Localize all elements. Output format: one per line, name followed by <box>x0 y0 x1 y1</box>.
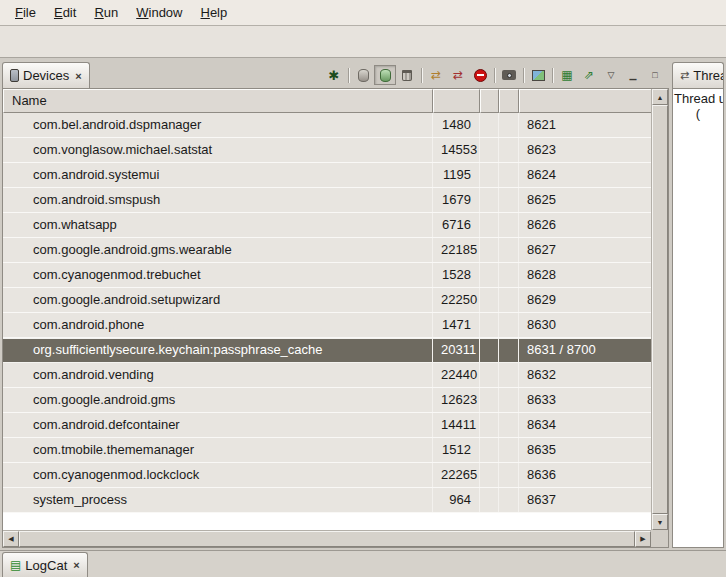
menu-help[interactable]: Help <box>191 2 236 23</box>
process-table-body: com.bel.android.dspmanager 1480 8621 com… <box>3 113 651 513</box>
process-cell-4 <box>499 413 519 437</box>
process-cell-3 <box>480 188 499 212</box>
table-row[interactable]: com.android.defcontainer 14411 8634 <box>3 413 651 438</box>
maximize-icon[interactable]: □ <box>644 65 666 85</box>
column-header-3[interactable] <box>480 89 499 113</box>
process-port: 8626 <box>519 213 651 237</box>
tab-devices-label: Devices <box>23 68 69 83</box>
stop-process-icon[interactable] <box>469 65 491 85</box>
process-pid: 22185 <box>433 238 480 262</box>
process-port: 8624 <box>519 163 651 187</box>
process-port: 8635 <box>519 438 651 462</box>
horizontal-scroll-thumb[interactable] <box>19 531 635 547</box>
stop-bar <box>477 74 484 76</box>
tab-logcat[interactable]: ▤ LogCat × <box>2 552 88 577</box>
process-name: com.bel.android.dspmanager <box>3 113 433 137</box>
scroll-down-icon[interactable]: ▼ <box>652 514 668 530</box>
menu-window[interactable]: Window <box>127 2 191 23</box>
sysinfo-glyph: ▦ <box>561 69 572 81</box>
opengl-trace-icon[interactable]: ⇗ <box>578 65 600 85</box>
update-threads-icon[interactable]: ⇄ <box>425 65 447 85</box>
process-cell-3 <box>480 363 499 387</box>
horizontal-scrollbar[interactable]: ◀ ▶ <box>3 530 651 547</box>
table-row[interactable]: com.cyanogenmod.trebuchet 1528 8628 <box>3 263 651 288</box>
table-row[interactable]: com.google.android.gms.wearable 22185 86… <box>3 238 651 263</box>
table-row[interactable]: com.tmobile.thememanager 1512 8635 <box>3 438 651 463</box>
process-port: 8634 <box>519 413 651 437</box>
process-cell-3 <box>480 288 499 312</box>
process-cell-4 <box>499 438 519 462</box>
opengl-glyph: ⇗ <box>584 69 594 81</box>
dump-view-hierarchy-icon[interactable] <box>527 65 549 85</box>
menu-run[interactable]: Run <box>85 2 127 23</box>
scroll-left-icon[interactable]: ◀ <box>3 531 19 547</box>
scroll-right-icon[interactable]: ▶ <box>635 531 651 547</box>
process-cell-3 <box>480 113 499 137</box>
vertical-scroll-thumb[interactable] <box>652 105 668 514</box>
column-header-4[interactable] <box>499 89 519 113</box>
tab-devices[interactable]: Devices × <box>2 62 90 88</box>
column-header-pid[interactable] <box>433 89 480 113</box>
process-pid: 22440 <box>433 363 480 387</box>
devices-toolbar: ✱ ⇄ ⇄ ▦ ⇗ ▽ ▁ <box>323 65 669 88</box>
minimize-icon[interactable]: ▁ <box>622 65 644 85</box>
scrollbar-corner <box>651 530 668 547</box>
table-row[interactable]: com.vonglasow.michael.satstat 14553 8623 <box>3 138 651 163</box>
table-row[interactable]: com.bel.android.dspmanager 1480 8621 <box>3 113 651 138</box>
table-header-row: Name <box>3 89 651 113</box>
toolbar-separator <box>494 68 495 83</box>
update-heap-icon[interactable] <box>352 65 374 85</box>
table-row[interactable]: org.sufficientlysecure.keychain:passphra… <box>3 338 651 363</box>
camera-lens <box>507 73 512 78</box>
vertical-scrollbar[interactable]: ▲ ▼ <box>651 89 668 530</box>
table-row[interactable]: com.google.android.setupwizard 22250 862… <box>3 288 651 313</box>
menu-bar: File Edit Run Window Help <box>0 0 726 26</box>
process-pid: 6716 <box>433 213 480 237</box>
sysinfo-icon[interactable]: ▦ <box>556 65 578 85</box>
toolbar-separator <box>523 68 524 83</box>
debug-process-icon[interactable]: ✱ <box>323 65 345 85</box>
process-cell-4 <box>499 488 519 512</box>
table-row[interactable]: com.android.systemui 1195 8624 <box>3 163 651 188</box>
view-menu-icon[interactable]: ▽ <box>600 65 622 85</box>
stop-method-profiling-icon[interactable]: ⇄ <box>447 65 469 85</box>
process-cell-3 <box>480 238 499 262</box>
menu-file[interactable]: File <box>6 2 45 23</box>
column-header-port[interactable] <box>519 89 651 113</box>
table-row[interactable]: system_process 964 8637 <box>3 488 651 513</box>
threads-message-line2: ( <box>674 106 722 121</box>
screen-capture-icon[interactable] <box>498 65 520 85</box>
close-icon[interactable]: × <box>75 70 81 82</box>
cause-gc-icon[interactable] <box>396 65 418 85</box>
process-cell-4 <box>499 238 519 262</box>
column-header-name[interactable]: Name <box>3 89 433 113</box>
chevron-down-icon: ▽ <box>608 71 615 80</box>
process-name: com.whatsapp <box>3 213 433 237</box>
table-row[interactable]: com.android.smspush 1679 8625 <box>3 188 651 213</box>
table-row[interactable]: com.google.android.gms 12623 8633 <box>3 388 651 413</box>
dump-hprof-icon[interactable] <box>374 65 396 85</box>
process-name: com.android.phone <box>3 313 433 337</box>
menu-edit[interactable]: Edit <box>45 2 85 23</box>
process-cell-3 <box>480 313 499 337</box>
stop-sign-icon <box>474 69 487 82</box>
table-row[interactable]: com.whatsapp 6716 8626 <box>3 213 651 238</box>
scroll-up-icon[interactable]: ▲ <box>652 89 668 105</box>
process-name: com.android.smspush <box>3 188 433 212</box>
process-port: 8629 <box>519 288 651 312</box>
table-row[interactable]: com.cyanogenmod.lockclock 22265 8636 <box>3 463 651 488</box>
table-row[interactable]: com.android.phone 1471 8630 <box>3 313 651 338</box>
process-cell-4 <box>499 363 519 387</box>
main-toolbar <box>0 26 726 58</box>
process-port: 8628 <box>519 263 651 287</box>
threads-icon: ⇄ <box>680 70 689 81</box>
tab-threads-label: Threa <box>693 68 724 83</box>
table-row[interactable]: com.android.vending 22440 8632 <box>3 363 651 388</box>
process-pid: 22250 <box>433 288 480 312</box>
process-pid: 964 <box>433 488 480 512</box>
tab-threads[interactable]: ⇄ Threa <box>672 62 724 88</box>
close-icon[interactable]: × <box>73 559 79 571</box>
process-pid: 20311 <box>433 339 480 362</box>
process-port: 8631 / 8700 <box>519 339 651 362</box>
process-name: com.google.android.gms <box>3 388 433 412</box>
